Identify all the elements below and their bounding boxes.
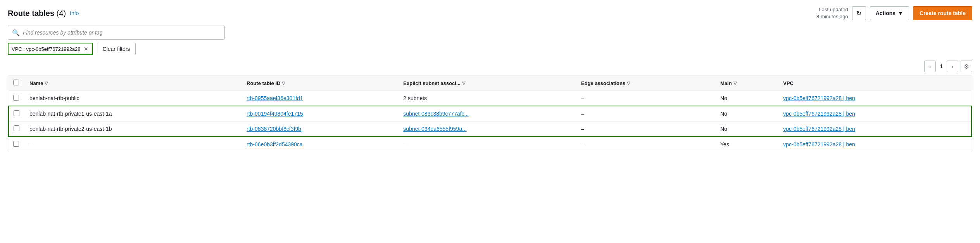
filter-remove-button[interactable]: ✕ xyxy=(83,46,89,52)
chevron-right-icon: › xyxy=(952,64,953,69)
cell-name: benlab-nat-rtb-public xyxy=(24,91,241,106)
title-area: Route tables (4) Info xyxy=(8,9,79,18)
chevron-down-icon: ▼ xyxy=(898,10,903,16)
row-checkbox-cell xyxy=(9,137,24,152)
prev-page-button[interactable]: ‹ xyxy=(924,61,936,72)
clear-filters-button[interactable]: Clear filters xyxy=(97,43,136,55)
cell-route-table-id[interactable]: rtb-0955aaef36e301fd1 xyxy=(241,91,398,106)
next-page-button[interactable]: › xyxy=(947,61,958,72)
search-input[interactable] xyxy=(23,30,221,36)
row-select-checkbox[interactable] xyxy=(13,95,19,101)
cell-route-table-id[interactable]: rtb-0838720bbf8cf3f9b xyxy=(241,122,398,137)
cell-name: benlab-nat-rtb-private1-us-east-1a xyxy=(24,106,241,122)
cell-explicit-subnet[interactable]: subnet-083c38b9c777afc... xyxy=(398,106,576,122)
actions-button[interactable]: Actions ▼ xyxy=(870,6,909,20)
cell-name: benlab-nat-rtb-private2-us-east-1b xyxy=(24,122,241,137)
cell-edge-associations: – xyxy=(576,106,715,122)
cell-main: No xyxy=(715,122,778,137)
filter-tag-text: VPC : vpc-0b5eff76721992a28 xyxy=(12,46,81,52)
cell-main: Yes xyxy=(715,137,778,152)
vpc-filter-tag: VPC : vpc-0b5eff76721992a28 ✕ xyxy=(8,43,93,55)
chevron-left-icon: ‹ xyxy=(929,64,931,69)
cell-edge-associations: – xyxy=(576,91,715,106)
row-select-checkbox[interactable] xyxy=(14,125,19,131)
cell-name: – xyxy=(24,137,241,152)
cell-explicit-subnet[interactable]: subnet-034ea6555f959a... xyxy=(398,122,576,137)
count-badge: (4) xyxy=(57,9,66,17)
route-tables-table: Name ▽ Route table ID ▽ Explicit subnet … xyxy=(8,75,972,152)
title-text: Route tables xyxy=(8,9,54,17)
cell-main: No xyxy=(715,106,778,122)
row-checkbox-cell xyxy=(9,122,24,137)
col-header-main: Main ▽ xyxy=(715,76,778,91)
cell-vpc[interactable]: vpc-0b5eff76721992a28 | ben xyxy=(778,106,971,122)
page-title: Route tables (4) xyxy=(8,9,66,18)
sort-icon: ▽ xyxy=(45,81,48,86)
last-updated-text: Last updated 8 minutes ago xyxy=(816,6,848,20)
cell-vpc[interactable]: vpc-0b5eff76721992a28 | ben xyxy=(778,137,971,152)
row-checkbox-cell xyxy=(9,91,24,106)
cell-explicit-subnet: – xyxy=(398,137,576,152)
sort-icon: ▽ xyxy=(282,81,285,86)
cell-edge-associations: – xyxy=(576,137,715,152)
gear-icon: ⚙ xyxy=(964,63,969,70)
info-link[interactable]: Info xyxy=(70,10,79,16)
sort-icon: ▽ xyxy=(627,81,630,86)
select-all-header xyxy=(9,76,24,91)
cell-vpc[interactable]: vpc-0b5eff76721992a28 | ben xyxy=(778,122,971,137)
cell-edge-associations: – xyxy=(576,122,715,137)
page-header: Route tables (4) Info Last updated 8 min… xyxy=(8,6,972,20)
search-icon: 🔍 xyxy=(12,29,20,36)
cell-vpc[interactable]: vpc-0b5eff76721992a28 | ben xyxy=(778,91,971,106)
cell-route-table-id[interactable]: rtb-06e0b3ff2d54390ca xyxy=(241,137,398,152)
close-icon: ✕ xyxy=(84,46,88,52)
cell-route-table-id[interactable]: rtb-00194f49804fe1715 xyxy=(241,106,398,122)
row-checkbox-cell xyxy=(9,106,24,122)
actions-label: Actions xyxy=(876,10,895,16)
table-settings-button[interactable]: ⚙ xyxy=(961,61,972,72)
table-row: – rtb-06e0b3ff2d54390ca – – Yes vpc-0b5e… xyxy=(9,137,971,152)
select-all-checkbox[interactable] xyxy=(13,80,19,85)
create-route-table-button[interactable]: Create route table xyxy=(913,6,972,20)
search-box: 🔍 xyxy=(8,26,225,40)
row-select-checkbox[interactable] xyxy=(14,110,19,116)
refresh-icon: ↻ xyxy=(856,10,861,17)
col-header-explicit-subnet: Explicit subnet associ... ▽ xyxy=(398,76,576,91)
cell-main: No xyxy=(715,91,778,106)
table-header-row: Name ▽ Route table ID ▽ Explicit subnet … xyxy=(9,76,971,91)
pagination-row: ‹ 1 › ⚙ xyxy=(8,61,972,72)
col-header-vpc: VPC xyxy=(778,76,971,91)
sort-icon: ▽ xyxy=(733,81,737,86)
sort-icon: ▽ xyxy=(462,81,465,86)
col-header-name: Name ▽ xyxy=(24,76,241,91)
cell-explicit-subnet: 2 subnets xyxy=(398,91,576,106)
col-header-edge-associations: Edge associations ▽ xyxy=(576,76,715,91)
row-select-checkbox[interactable] xyxy=(13,141,19,147)
table-row: benlab-nat-rtb-public rtb-0955aaef36e301… xyxy=(9,91,971,106)
filter-row: VPC : vpc-0b5eff76721992a28 ✕ Clear filt… xyxy=(8,43,972,55)
page-number: 1 xyxy=(938,63,944,69)
header-actions: Last updated 8 minutes ago ↻ Actions ▼ C… xyxy=(816,6,972,20)
table-row: benlab-nat-rtb-private1-us-east-1a rtb-0… xyxy=(9,106,971,122)
search-row: 🔍 xyxy=(8,26,972,40)
table-row: benlab-nat-rtb-private2-us-east-1b rtb-0… xyxy=(9,122,971,137)
refresh-button[interactable]: ↻ xyxy=(852,6,866,20)
col-header-route-table-id: Route table ID ▽ xyxy=(241,76,398,91)
